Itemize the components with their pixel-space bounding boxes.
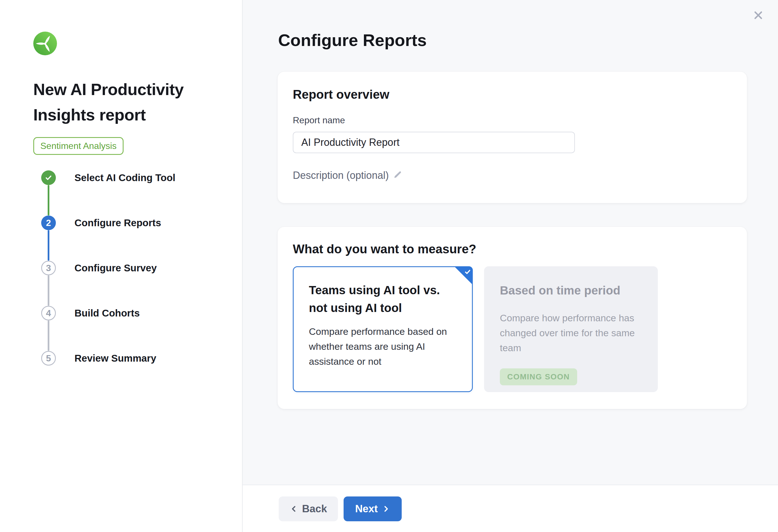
next-button-label: Next <box>355 503 378 515</box>
step-complete-circle <box>41 170 56 185</box>
next-button[interactable]: Next <box>343 497 402 521</box>
step-configure-survey[interactable]: 3 Configure Survey <box>41 260 157 275</box>
chevron-left-icon <box>290 505 298 513</box>
option-title: Teams using AI tool vs. not using AI too… <box>309 281 457 317</box>
back-button[interactable]: Back <box>279 497 338 521</box>
measure-card: What do you want to measure? Teams using… <box>278 227 747 409</box>
wizard-footer: Back Next <box>243 484 778 532</box>
step-connector <box>48 185 49 216</box>
option-description: Compare performance based on whether tea… <box>309 324 457 369</box>
description-label: Description (optional) <box>293 169 389 181</box>
configure-reports-panel: Configure Reports Report overview Report… <box>243 0 778 484</box>
step-select-ai-coding-tool[interactable]: Select AI Coding Tool <box>41 170 175 185</box>
option-time-period: Based on time period Compare how perform… <box>484 266 658 392</box>
step-connector <box>48 230 49 260</box>
step-label: Select AI Coding Tool <box>74 172 175 183</box>
wizard-sidebar: New AI Productivity Insights report Sent… <box>0 0 243 532</box>
chevron-right-icon <box>382 505 390 513</box>
step-label: Build Cohorts <box>74 307 140 319</box>
step-build-cohorts[interactable]: 4 Build Cohorts <box>41 306 140 320</box>
measure-title: What do you want to measure? <box>293 242 732 256</box>
report-overview-card: Report overview Report name Description … <box>278 72 747 203</box>
step-label: Review Summary <box>74 353 156 364</box>
selected-corner-flag <box>454 266 473 285</box>
description-edit-row[interactable]: Description (optional) <box>293 169 402 181</box>
measure-options: Teams using AI tool vs. not using AI too… <box>293 266 732 392</box>
close-icon[interactable] <box>753 10 764 21</box>
step-circle: 4 <box>41 306 56 320</box>
pencil-icon[interactable] <box>393 170 402 180</box>
option-teams-vs-not[interactable]: Teams using AI tool vs. not using AI too… <box>293 266 473 392</box>
step-circle: 3 <box>41 260 56 275</box>
selected-check-icon <box>464 268 471 276</box>
option-title: Based on time period <box>500 282 642 299</box>
step-connector <box>48 320 49 351</box>
report-type-badge: Sentiment Analysis <box>33 137 124 155</box>
step-configure-reports[interactable]: 2 Configure Reports <box>41 216 161 230</box>
step-circle: 5 <box>41 351 56 366</box>
step-label: Configure Survey <box>74 262 157 274</box>
step-label: Configure Reports <box>74 217 161 228</box>
step-active-circle: 2 <box>41 216 56 230</box>
coming-soon-badge: COMING SOON <box>500 368 577 385</box>
step-review-summary[interactable]: 5 Review Summary <box>41 351 156 366</box>
option-description: Compare how performance has changed over… <box>500 311 642 356</box>
back-button-label: Back <box>302 503 327 515</box>
report-name-input[interactable] <box>293 132 575 153</box>
report-name-label: Report name <box>293 115 732 126</box>
check-icon <box>44 173 53 182</box>
report-wizard-title: New AI Productivity Insights report <box>33 77 231 128</box>
step-connector <box>48 275 49 306</box>
report-overview-title: Report overview <box>293 87 732 101</box>
page-title: Configure Reports <box>278 30 427 50</box>
propeller-logo-icon <box>33 31 57 55</box>
